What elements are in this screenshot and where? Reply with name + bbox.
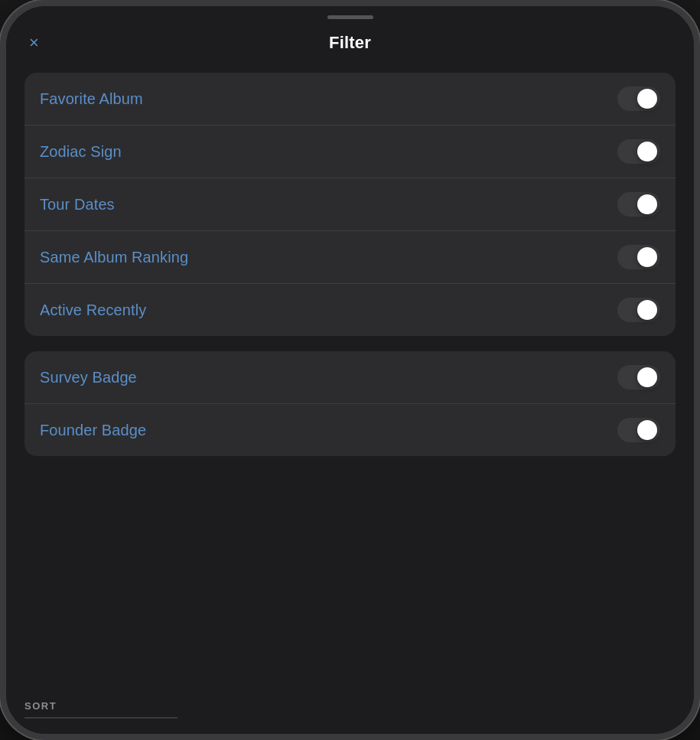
filter-row-zodiac-sign: Zodiac Sign <box>24 126 676 178</box>
phone-inner: × Filter Favorite Album Zodiac Sign <box>6 6 694 734</box>
filter-row-favorite-album: Favorite Album <box>24 73 676 126</box>
toggle-knob-active-recently <box>637 300 657 320</box>
toggle-same-album-ranking[interactable] <box>617 245 660 269</box>
toggle-active-recently[interactable] <box>617 298 660 322</box>
sort-label: SORT <box>24 700 57 712</box>
toggle-favorite-album[interactable] <box>617 86 660 111</box>
toggle-knob-survey-badge <box>637 367 657 387</box>
filter-label-survey-badge: Survey Badge <box>40 369 137 386</box>
toggle-founder-badge[interactable] <box>617 418 660 442</box>
content-area: Favorite Album Zodiac Sign Tour Dates <box>6 60 694 468</box>
toggle-knob-founder-badge <box>637 420 657 440</box>
filter-row-survey-badge: Survey Badge <box>24 351 676 404</box>
filter-row-active-recently: Active Recently <box>24 284 676 336</box>
header: × Filter <box>6 19 694 60</box>
page-title: Filter <box>329 33 371 53</box>
toggle-zodiac-sign[interactable] <box>617 139 660 164</box>
filter-row-same-album-ranking: Same Album Ranking <box>24 231 676 284</box>
toggle-knob-zodiac-sign <box>637 142 657 161</box>
filter-label-active-recently: Active Recently <box>40 302 146 319</box>
filter-label-founder-badge: Founder Badge <box>40 422 146 439</box>
filter-group-1: Favorite Album Zodiac Sign Tour Dates <box>24 73 676 336</box>
filter-row-founder-badge: Founder Badge <box>24 404 676 456</box>
filter-label-same-album-ranking: Same Album Ranking <box>40 249 188 266</box>
filter-group-2: Survey Badge Founder Badge <box>24 351 676 456</box>
phone-frame: × Filter Favorite Album Zodiac Sign <box>0 0 700 740</box>
sort-section: SORT <box>6 688 694 734</box>
toggle-knob-favorite-album <box>637 89 657 109</box>
toggle-knob-tour-dates <box>637 194 657 214</box>
filter-label-tour-dates: Tour Dates <box>40 196 115 214</box>
toggle-knob-same-album-ranking <box>637 247 657 267</box>
sort-underline <box>24 717 177 719</box>
filter-row-tour-dates: Tour Dates <box>24 178 676 231</box>
filter-label-favorite-album: Favorite Album <box>40 90 143 108</box>
filter-label-zodiac-sign: Zodiac Sign <box>40 143 122 161</box>
close-button[interactable]: × <box>29 34 39 51</box>
toggle-tour-dates[interactable] <box>617 192 660 217</box>
toggle-survey-badge[interactable] <box>617 365 660 390</box>
